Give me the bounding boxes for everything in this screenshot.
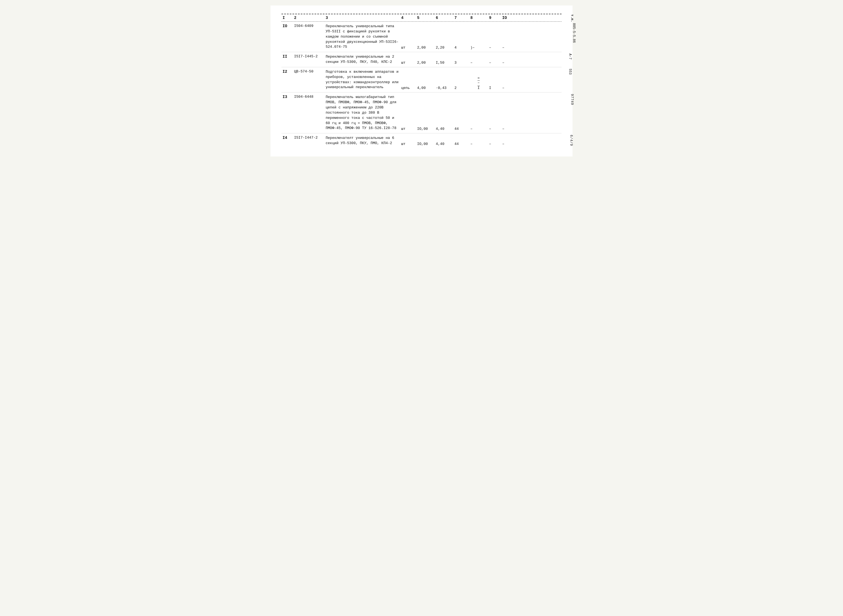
row-code: I504-6409 — [293, 24, 325, 28]
row-q1: 2,00 — [416, 45, 435, 50]
row-q3: 44 — [453, 142, 469, 146]
row-q2: 4,40 — [435, 142, 453, 146]
table-row: I4 I5I7-I447-2 Переключателт универсальн… — [282, 133, 561, 148]
row-q4: – — [469, 127, 488, 131]
row-q1: 4,00 — [416, 86, 435, 90]
table-row: I2 ЦВ-574-50 Подготовка к включению аппа… — [282, 67, 561, 92]
right-margin-2: А-7 — [568, 54, 572, 60]
row-q5: – — [488, 142, 501, 146]
row-unit: шт — [400, 61, 416, 65]
col-header-3: 3 — [325, 16, 400, 20]
page: I 2 3 4 5 6 7 8 9 IO т.п. IO I504-6409 П… — [270, 6, 573, 157]
row-q3: 2 — [453, 86, 469, 90]
row-unit: шт — [400, 142, 416, 146]
col-header-8: 8 — [469, 16, 488, 20]
row-q4: – — [469, 142, 488, 146]
row-code: I504-6448 — [293, 95, 325, 99]
row-q1: IO,00 — [416, 127, 435, 131]
row-q6: – — [501, 86, 517, 90]
col-header-6: 6 — [435, 16, 453, 20]
row-q6: – — [501, 61, 517, 65]
right-margin-5: 6/4/9 — [569, 135, 573, 146]
row-unit: шт — [400, 45, 416, 50]
col-header-7: 7 — [453, 16, 469, 20]
row-q3: 3 — [453, 61, 469, 65]
row-desc: Переключатель малогабаритный тип ПМОВ, П… — [325, 95, 400, 131]
row-q5: – — [488, 127, 501, 131]
table-row: I3 I504-6448 Переключатель малогабаритны… — [282, 92, 561, 133]
row-q2: 4,40 — [435, 127, 453, 131]
row-q1: 2,00 — [416, 61, 435, 65]
row-q3: 44 — [453, 127, 469, 131]
row-q6: – — [501, 142, 517, 146]
row-q2: I,50 — [435, 61, 453, 65]
row-q6: – — [501, 127, 517, 131]
col-header-2: 2 — [293, 16, 325, 20]
table-row: IO I504-6409 Переключатель универсальный… — [282, 22, 561, 52]
right-margin-header: т.п. — [570, 14, 574, 22]
row-code: ЦВ-574-50 — [293, 69, 325, 73]
right-margin-4: 97749 — [570, 94, 574, 105]
row-unit: цепь — [400, 86, 416, 90]
row-desc: Переключатель универсальный типа УП-53II… — [325, 24, 400, 50]
row-number: I3 — [282, 95, 293, 99]
row-q5: – — [488, 45, 501, 50]
col-header-9: 9 — [488, 16, 501, 20]
row-q4-fraction: = – I — [469, 76, 488, 90]
row-desc: Подготовка к включению аппаратов и прибо… — [325, 69, 400, 90]
right-margin-1: 805-5-5.86 — [572, 23, 576, 43]
col-header-1: I — [282, 16, 293, 20]
header-row: I 2 3 4 5 6 7 8 9 IO т.п. — [282, 14, 561, 22]
row-q4: – — [469, 61, 488, 65]
table-row: II I5I7-I445-2 Переключатели универсальн… — [282, 52, 561, 67]
row-q6: – — [501, 45, 517, 50]
row-desc: Переключатели универсальные на 2 секции … — [325, 54, 400, 65]
right-margin-3: 553 — [568, 69, 572, 75]
row-desc: Переключателт универсальные на 6 секций … — [325, 136, 400, 146]
row-q2: ·0,43 — [435, 86, 453, 90]
row-number: IO — [282, 24, 293, 28]
row-code: I5I7-I447-2 — [293, 136, 325, 140]
row-q2: 2,20 — [435, 45, 453, 50]
row-q5: – — [488, 61, 501, 65]
col-header-11 — [517, 16, 561, 20]
row-number: I2 — [282, 69, 293, 74]
row-q1: IO,00 — [416, 142, 435, 146]
col-header-10: IO — [501, 16, 517, 20]
col-header-4: 4 — [400, 16, 416, 20]
row-unit: шт — [400, 127, 416, 131]
row-q5: I — [488, 86, 501, 90]
row-q3: 4 — [453, 45, 469, 50]
row-number: I4 — [282, 136, 293, 140]
col-header-5: 5 — [416, 16, 435, 20]
row-q4: )– — [469, 45, 488, 50]
row-code: I5I7-I445-2 — [293, 54, 325, 59]
row-number: II — [282, 54, 293, 59]
